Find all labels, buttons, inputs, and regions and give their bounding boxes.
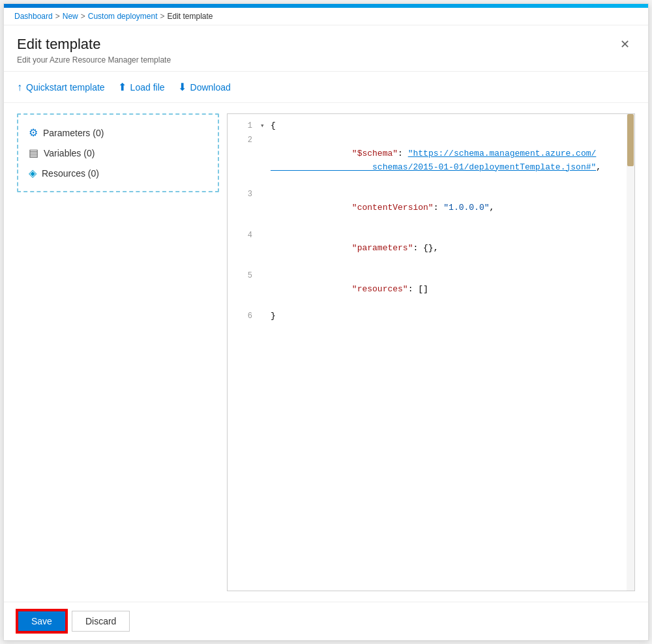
breadcrumb-sep-1: > (55, 12, 60, 21)
page-title: Edit template (17, 36, 171, 53)
code-line-4: 4 "parameters": {}, (228, 229, 634, 269)
line-code-6: } (271, 310, 629, 323)
code-line-3: 3 "contentVersion": "1.0.0.0", (228, 188, 634, 228)
footer: Save Discard (4, 602, 648, 640)
breadcrumb-current: Edit template (168, 12, 213, 21)
code-line-1: 1 ▾ { (228, 119, 634, 134)
quickstart-icon: ↑ (17, 81, 22, 93)
header: Edit template Edit your Azure Resource M… (4, 25, 648, 72)
main-content: ⚙ Parameters (0) ▤ Variables (0) ◈ Resou… (4, 103, 648, 602)
download-button[interactable]: ⬇ Download (178, 78, 231, 96)
line-code-5: "resources": [] (271, 269, 629, 310)
line-num-4: 4 (233, 229, 252, 242)
editor-content[interactable]: 1 ▾ { 2 "$schema": "https://schema.manag… (228, 114, 634, 591)
load-file-button[interactable]: ⬆ Load file (118, 78, 165, 96)
breadcrumb-new[interactable]: New (63, 12, 78, 21)
breadcrumb-sep-3: > (160, 12, 164, 21)
quickstart-label: Quickstart template (26, 82, 105, 93)
download-icon: ⬇ (178, 81, 186, 93)
res-icon: ◈ (29, 167, 37, 179)
resources-label: Resources (0) (42, 168, 99, 179)
scrollbar-thumb[interactable] (627, 114, 634, 166)
breadcrumb-bar: Dashboard > New > Custom deployment > Ed… (4, 8, 648, 25)
header-left: Edit template Edit your Azure Resource M… (17, 36, 171, 65)
resources-item[interactable]: ◈ Resources (0) (26, 163, 210, 183)
vars-icon: ▤ (29, 147, 38, 159)
page-subtitle: Edit your Azure Resource Manager templat… (17, 55, 171, 65)
loadfile-icon: ⬆ (118, 81, 126, 93)
breadcrumb-custom-deployment[interactable]: Custom deployment (88, 12, 158, 21)
line-code-2: "$schema": "https://schema.management.az… (271, 134, 629, 188)
line-indicator-1: ▾ (260, 121, 271, 132)
line-code-1: { (271, 119, 629, 133)
scrollbar-track[interactable] (627, 114, 634, 591)
line-num-1: 1 (233, 120, 252, 132)
breadcrumb-sep-2: > (81, 12, 85, 21)
quickstart-template-button[interactable]: ↑ Quickstart template (17, 79, 105, 96)
loadfile-label: Load file (130, 82, 165, 93)
discard-button[interactable]: Discard (72, 611, 130, 632)
toolbar: ↑ Quickstart template ⬆ Load file ⬇ Down… (4, 72, 648, 103)
breadcrumb-dashboard[interactable]: Dashboard (14, 12, 53, 21)
save-button[interactable]: Save (17, 610, 67, 632)
download-label: Download (190, 82, 231, 93)
code-line-6: 6 } (228, 310, 634, 324)
line-code-3: "contentVersion": "1.0.0.0", (271, 188, 629, 228)
parameters-item[interactable]: ⚙ Parameters (0) (26, 123, 210, 143)
variables-label: Variables (0) (44, 148, 95, 158)
code-line-5: 5 "resources": [] (228, 269, 634, 310)
editor-panel[interactable]: 1 ▾ { 2 "$schema": "https://schema.manag… (227, 113, 635, 591)
parameters-label: Parameters (0) (43, 128, 104, 138)
line-num-5: 5 (233, 270, 252, 282)
line-num-3: 3 (233, 188, 252, 201)
variables-item[interactable]: ▤ Variables (0) (26, 143, 210, 163)
params-icon: ⚙ (29, 126, 38, 139)
code-line-2: 2 "$schema": "https://schema.management.… (228, 134, 634, 188)
line-num-6: 6 (233, 310, 252, 323)
close-button[interactable]: ✕ (615, 36, 635, 53)
left-panel: ⚙ Parameters (0) ▤ Variables (0) ◈ Resou… (17, 113, 219, 192)
line-num-2: 2 (233, 134, 252, 147)
line-code-4: "parameters": {}, (271, 229, 629, 269)
modal-container: Dashboard > New > Custom deployment > Ed… (3, 3, 649, 641)
